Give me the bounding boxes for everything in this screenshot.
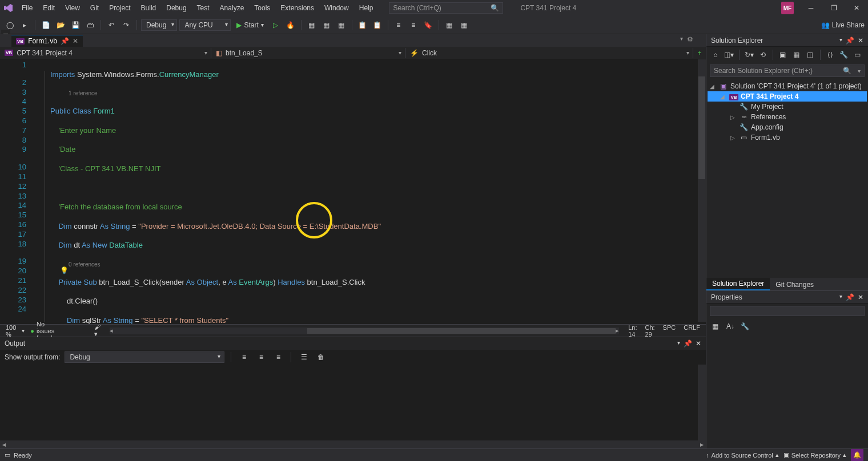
undo-button[interactable]: ↶ — [105, 19, 118, 31]
tab-dropdown-button[interactable]: ▾ — [680, 35, 683, 42]
code-content[interactable]: Imports System.Windows.Forms.CurrencyMan… — [48, 59, 706, 322]
tree-solution-root[interactable]: ◢▣Solution 'CPT 341 Project 4' (1 of 1 p… — [708, 81, 867, 91]
output-vscrollbar[interactable] — [698, 365, 706, 440]
doc-tab-form1[interactable]: VB Form1.vb 📌 ✕ — [11, 35, 83, 47]
tb-btn-4[interactable]: 📋 — [356, 19, 369, 31]
prop-pages-icon[interactable]: 🔧 — [740, 321, 751, 332]
tab-solution-explorer[interactable]: Solution Explorer — [706, 278, 770, 290]
menu-analyze[interactable]: Analyze — [215, 2, 249, 14]
properties-object-select[interactable] — [710, 306, 865, 316]
tb-btn-10[interactable]: ▦ — [458, 19, 471, 31]
nav-member-select[interactable]: ◧btn_Load_S — [211, 48, 405, 58]
tb-btn-6[interactable]: ≡ — [392, 19, 405, 31]
nav-add-button[interactable]: + — [693, 49, 706, 57]
output-btn-2[interactable]: ≡ — [255, 351, 267, 363]
tree-form1[interactable]: ▷▭Form1.vb — [708, 132, 867, 143]
tb-btn-9[interactable]: ▦ — [443, 19, 456, 31]
open-button[interactable]: 📂 — [54, 19, 67, 31]
menu-debug[interactable]: Debug — [162, 2, 191, 14]
select-repository-button[interactable]: ▣Select Repository ▴ — [783, 451, 846, 459]
output-clear-button[interactable]: 🗑 — [315, 351, 327, 363]
add-source-control-button[interactable]: ↑Add to Source Control ▴ — [706, 451, 779, 459]
se-copy-icon[interactable]: ◫ — [805, 49, 816, 60]
output-pin-icon[interactable]: 📌 — [684, 339, 692, 347]
start-nodebug-button[interactable]: ▷ — [270, 19, 282, 31]
tb-btn-8[interactable]: 🔖 — [422, 19, 435, 31]
tree-references[interactable]: ▷▫▫References — [708, 112, 867, 122]
redo-button[interactable]: ↷ — [120, 19, 132, 31]
menu-build[interactable]: Build — [136, 2, 161, 14]
close-button[interactable]: ✕ — [845, 0, 868, 16]
config-select[interactable]: Debug — [141, 19, 177, 31]
nav-fwd-button[interactable]: ▸ — [18, 19, 31, 31]
notifications-button[interactable]: 🔔 — [851, 449, 863, 462]
new-item-button[interactable]: 📄 — [39, 19, 52, 31]
lightbulb-icon[interactable]: 💡 — [60, 266, 69, 274]
se-wrench-icon[interactable]: 🔧 — [838, 49, 850, 60]
se-dropdown-icon[interactable]: ▾ — [839, 37, 842, 45]
menu-tools[interactable]: Tools — [250, 2, 275, 14]
se-close-button[interactable]: ✕ — [858, 37, 863, 45]
menu-help[interactable]: Help — [355, 2, 378, 14]
tab-close-button[interactable]: ✕ — [73, 37, 78, 45]
output-btn-4[interactable]: ☰ — [298, 351, 310, 363]
nav-project-select[interactable]: VBCPT 341 Project 4 — [0, 48, 211, 58]
menu-git[interactable]: Git — [86, 2, 103, 14]
se-home-icon[interactable]: ⌂ — [710, 49, 721, 60]
output-body[interactable] — [0, 365, 706, 440]
tree-appconfig[interactable]: 🔧App.config — [708, 122, 867, 132]
hot-reload-button[interactable]: 🔥 — [284, 19, 297, 31]
tb-btn-3[interactable]: ▦ — [335, 19, 348, 31]
tab-settings-button[interactable]: ⚙ — [687, 35, 693, 43]
save-all-button[interactable]: 🗃 — [84, 19, 97, 31]
se-pin-icon[interactable]: 📌 — [846, 37, 854, 45]
se-collapse-icon[interactable]: ▣ — [777, 49, 789, 60]
tb-btn-1[interactable]: ▦ — [306, 19, 318, 31]
menu-test[interactable]: Test — [192, 2, 214, 14]
se-sync-icon[interactable]: ⟲ — [757, 49, 769, 60]
prop-pin-icon[interactable]: 📌 — [846, 293, 854, 301]
se-preview-icon[interactable]: ▭ — [852, 49, 863, 60]
menu-project[interactable]: Project — [105, 2, 135, 14]
menu-extensions[interactable]: Extensions — [276, 2, 319, 14]
menu-window[interactable]: Window — [320, 2, 353, 14]
search-dropdown-icon[interactable]: ▾ — [858, 68, 861, 74]
start-debug-button[interactable]: ▶Start▾ — [233, 20, 267, 30]
pin-icon[interactable]: 📌 — [61, 37, 69, 45]
se-switch-icon[interactable]: ◫▾ — [724, 49, 735, 60]
output-btn-1[interactable]: ≡ — [238, 351, 250, 363]
brush-icon[interactable]: 🖌▾ — [94, 323, 101, 338]
menu-edit[interactable]: Edit — [38, 2, 59, 14]
user-avatar[interactable]: MF — [781, 2, 794, 14]
menu-view[interactable]: View — [61, 2, 85, 14]
prop-alpha-icon[interactable]: A↓ — [725, 321, 736, 332]
editor-vscrollbar[interactable] — [698, 59, 706, 322]
nav-event-select[interactable]: ⚡Click — [405, 48, 693, 58]
output-btn-3[interactable]: ≡ — [272, 351, 284, 363]
se-refresh-icon[interactable]: ↻▾ — [744, 49, 755, 60]
tree-project-node[interactable]: ◢VBCPT 341 Project 4 — [708, 91, 867, 102]
prop-dropdown-icon[interactable]: ▾ — [839, 293, 842, 301]
se-code-icon[interactable]: ⟨⟩ — [825, 49, 836, 60]
tb-btn-2[interactable]: ▦ — [320, 19, 333, 31]
minimize-button[interactable]: ─ — [799, 0, 822, 16]
editor-hscrollbar[interactable]: ◂▸ — [110, 327, 619, 334]
platform-select[interactable]: Any CPU — [179, 19, 231, 31]
prop-categorized-icon[interactable]: ▦ — [710, 321, 721, 332]
output-source-select[interactable]: Debug — [65, 351, 224, 363]
tb-btn-7[interactable]: ≡ — [407, 19, 420, 31]
tab-git-changes[interactable]: Git Changes — [770, 279, 819, 290]
zoom-level[interactable]: 100 % — [6, 324, 16, 338]
tb-btn-5[interactable]: 📋 — [371, 19, 384, 31]
menu-file[interactable]: File — [17, 2, 37, 14]
solution-search-input[interactable]: Search Solution Explorer (Ctrl+;) 🔍 ▾ — [710, 64, 865, 77]
code-editor[interactable]: 1 2 3 4 5 6 7 8 9 10 11 12 13 14 15 — [0, 59, 706, 322]
tree-myproject[interactable]: 🔧My Project — [708, 102, 867, 112]
save-button[interactable]: 💾 — [69, 19, 82, 31]
prop-close-button[interactable]: ✕ — [858, 293, 863, 301]
output-hscrollbar[interactable]: ◂▸ — [0, 440, 706, 448]
maximize-button[interactable]: ❐ — [822, 0, 845, 16]
output-dropdown-icon[interactable]: ▾ — [677, 339, 680, 347]
live-share-button[interactable]: 👥Live Share — [821, 21, 865, 29]
output-close-button[interactable]: ✕ — [696, 339, 701, 347]
